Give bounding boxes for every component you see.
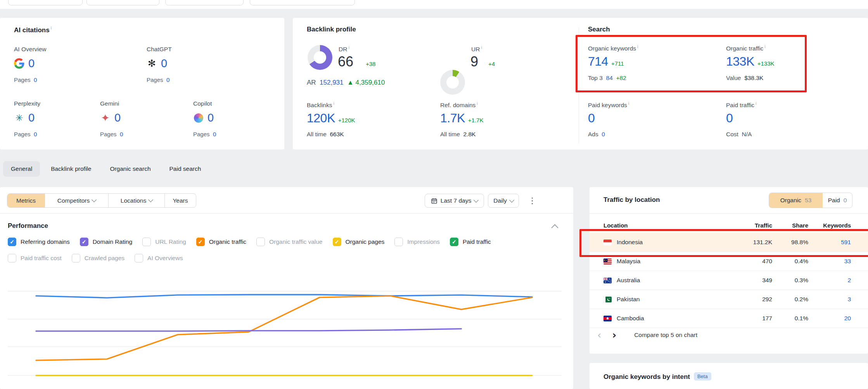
checkbox-paid-traffic-cost[interactable]: Paid traffic cost: [8, 254, 62, 262]
checkbox-referring-domains[interactable]: ✓Referring domains: [8, 238, 70, 246]
ai-tile-value[interactable]: 0: [28, 57, 35, 70]
organic-keywords-value[interactable]: 714: [588, 54, 608, 68]
ur-label: URi: [471, 45, 482, 53]
pages-value[interactable]: 0: [120, 131, 123, 137]
info-icon[interactable]: i: [51, 26, 52, 30]
column-keywords[interactable]: Keywords: [808, 222, 851, 229]
backlinks-alltime: All time 663K: [307, 131, 344, 138]
checkbox-domain-rating[interactable]: ✓Domain Rating: [80, 238, 133, 246]
info-icon[interactable]: i: [628, 101, 629, 106]
location-name: Pakistan: [617, 296, 640, 303]
collapse-chevron-icon[interactable]: [551, 224, 558, 231]
filter-years[interactable]: Years: [165, 194, 196, 207]
checkbox-icon[interactable]: [142, 238, 151, 246]
tab-organic-search[interactable]: Organic search: [102, 161, 158, 177]
info-icon[interactable]: i: [348, 45, 349, 50]
organic-keywords-label: Organic keywordsi: [588, 44, 638, 52]
top3-value[interactable]: 84: [606, 75, 613, 81]
info-icon[interactable]: i: [477, 101, 477, 106]
table-row-cambodia[interactable]: Cambodia 177 0.1% 20: [590, 309, 868, 328]
compare-top5-link[interactable]: Compare top 5 on chart: [634, 332, 697, 339]
pages-value[interactable]: 0: [213, 131, 216, 137]
table-row-australia[interactable]: Australia 349 0.3% 2: [590, 271, 868, 290]
checkbox-crawled-pages[interactable]: Crawled pages: [72, 254, 124, 262]
pages-value[interactable]: 0: [34, 76, 37, 83]
table-row-malaysia[interactable]: Malaysia 470 0.4% 33: [590, 252, 868, 271]
info-icon[interactable]: i: [764, 44, 765, 49]
keywords-link[interactable]: 20: [808, 315, 851, 322]
column-share[interactable]: Share: [772, 222, 808, 229]
keywords-link[interactable]: 3: [808, 296, 851, 303]
date-range-button[interactable]: Last 7 days: [425, 194, 484, 208]
checkbox-label: Referring domains: [21, 238, 70, 245]
section-tabs: General Backlink profile Organic search …: [3, 161, 209, 177]
toggle-organic[interactable]: Organic53: [769, 193, 823, 208]
tab-paid-search[interactable]: Paid search: [162, 161, 209, 177]
ai-tile-value[interactable]: 0: [114, 111, 121, 124]
cutoff-field-2[interactable]: [86, 0, 159, 5]
checkbox-paid-traffic[interactable]: ✓Paid traffic: [450, 238, 491, 246]
checkbox-icon[interactable]: [72, 254, 80, 262]
checkbox-icon[interactable]: ✓: [333, 238, 341, 246]
checkbox-organic-pages[interactable]: ✓Organic pages: [333, 238, 385, 246]
backlink-profile-title: Backlink profile: [307, 26, 356, 33]
granularity-button[interactable]: Daily: [488, 194, 519, 208]
table-row-indonesia[interactable]: Indonesia 131.2K 98.8% 591: [590, 233, 868, 252]
keywords-link[interactable]: 33: [808, 258, 851, 265]
pages-value[interactable]: 0: [166, 76, 169, 83]
ai-tile-label: AI Overview: [14, 46, 47, 53]
chevron-down-icon: [148, 197, 153, 202]
keywords-link[interactable]: 591: [808, 239, 851, 246]
column-location[interactable]: Location: [603, 222, 735, 229]
ar-value[interactable]: 152,931: [320, 79, 343, 86]
checkbox-ai-overviews[interactable]: AI Overviews: [135, 254, 183, 262]
column-traffic[interactable]: Traffic: [735, 222, 772, 229]
tab-backlink-profile[interactable]: Backlink profile: [43, 161, 99, 177]
organic-traffic-value[interactable]: 133K: [726, 54, 754, 68]
checkbox-icon[interactable]: ✓: [80, 238, 88, 246]
filter-competitors[interactable]: Competitors: [45, 194, 109, 207]
more-options-icon[interactable]: ⋮: [528, 196, 536, 205]
pages-value[interactable]: 0: [34, 131, 37, 137]
checkbox-organic-traffic-value[interactable]: Organic traffic value: [256, 238, 323, 246]
checkbox-icon[interactable]: [394, 238, 403, 246]
checkbox-icon[interactable]: [256, 238, 265, 246]
checkbox-url-rating[interactable]: URL Rating: [142, 238, 186, 246]
cutoff-field-4[interactable]: [250, 0, 355, 5]
chevron-down-icon: [509, 198, 514, 203]
checkbox-icon[interactable]: ✓: [450, 238, 458, 246]
ai-tile-value[interactable]: 0: [28, 111, 35, 124]
pages-label: Pages: [100, 131, 117, 137]
paid-keywords-value[interactable]: 0: [588, 111, 595, 125]
checkbox-organic-traffic[interactable]: ✓Organic traffic: [196, 238, 246, 246]
tab-general[interactable]: General: [3, 161, 40, 177]
filter-locations[interactable]: Locations: [109, 194, 165, 207]
keywords-link[interactable]: 2: [808, 277, 851, 284]
checkbox-icon[interactable]: ✓: [196, 238, 205, 246]
traffic-value-amount: $38.3K: [744, 75, 763, 81]
filter-metrics[interactable]: Metrics: [7, 194, 45, 207]
checkbox-impressions[interactable]: Impressions: [394, 238, 440, 246]
backlinks-value[interactable]: 120K: [307, 111, 335, 125]
toggle-paid[interactable]: Paid0: [823, 193, 852, 208]
info-icon[interactable]: i: [756, 101, 756, 106]
next-page-icon[interactable]: ›: [612, 330, 616, 340]
table-row-pakistan[interactable]: Pakistan 292 0.2% 3: [590, 290, 868, 309]
performance-chart[interactable]: [8, 268, 562, 389]
paid-traffic-value[interactable]: 0: [726, 111, 733, 125]
prev-page-icon[interactable]: ‹: [597, 330, 601, 340]
checkbox-icon[interactable]: [8, 254, 16, 262]
ads-value[interactable]: 0: [602, 131, 605, 137]
checkbox-icon[interactable]: ✓: [8, 238, 16, 246]
cutoff-field-1[interactable]: [8, 0, 83, 5]
cutoff-field-3[interactable]: [165, 0, 244, 5]
checkbox-icon[interactable]: [135, 254, 143, 262]
ai-tile-value[interactable]: 0: [207, 111, 214, 124]
ai-tile-copilot: Copilot 0 Pages 0: [193, 100, 216, 137]
ai-tile-value[interactable]: 0: [161, 57, 167, 70]
ar-delta: 4,359,610: [356, 79, 385, 86]
info-icon[interactable]: i: [333, 101, 334, 106]
info-icon[interactable]: i: [481, 45, 482, 50]
ref-domains-value[interactable]: 1.7K: [440, 111, 465, 125]
info-icon[interactable]: i: [637, 44, 638, 49]
